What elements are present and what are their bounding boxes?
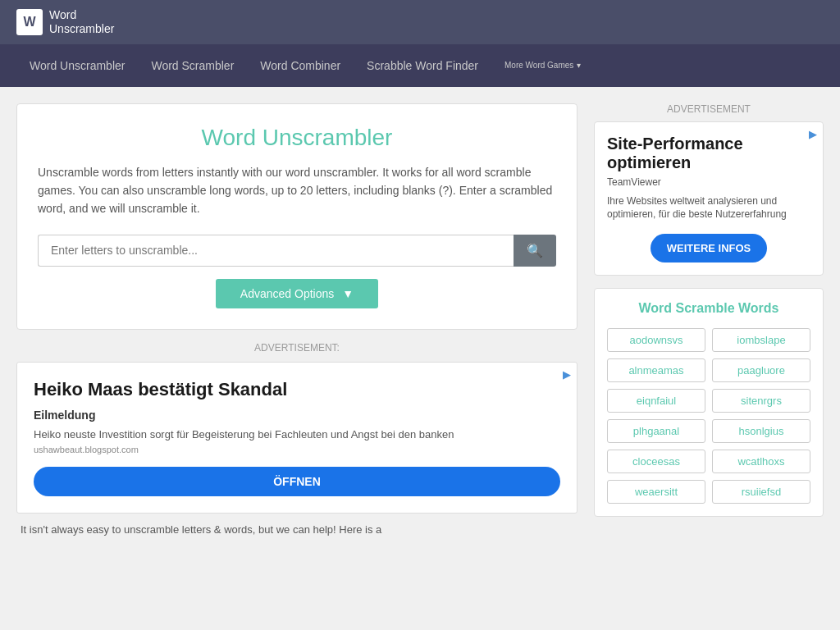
sidebar: ADVERTISEMENT ▶ Site-Performance optimie…: [594, 103, 824, 547]
main-layout: Word Unscrambler Unscramble words from l…: [0, 87, 840, 564]
logo-text: Word Unscrambler: [49, 8, 114, 36]
sidebar-ad-external-icon: ▶: [809, 129, 816, 140]
advanced-arrow-icon: ▼: [342, 287, 354, 300]
main-ad-box: ▶ Heiko Maas bestätigt Skandal Eilmeldun…: [16, 362, 578, 514]
word-tag[interactable]: weaersitt: [607, 480, 705, 504]
word-scramble-title: Word Scramble Words: [607, 301, 810, 316]
ad-title: Heiko Maas bestätigt Skandal: [34, 379, 560, 400]
sidebar-ad-title: Site-Performance optimieren: [607, 135, 810, 172]
word-tag[interactable]: eiqnfaiul: [607, 389, 705, 413]
search-card: Word Unscrambler Unscramble words from l…: [16, 103, 578, 330]
sidebar-ad-label: ADVERTISEMENT: [594, 103, 824, 115]
page-title: Word Unscrambler: [38, 125, 556, 151]
description-text: Unscramble words from letters instantly …: [38, 163, 556, 218]
ad-label: ADVERTISEMENT:: [16, 342, 578, 354]
nav-more-word-games[interactable]: More Word Games ▾: [491, 46, 594, 84]
dropdown-arrow-icon: ▾: [577, 61, 581, 70]
sidebar-ad-box: ▶ Site-Performance optimieren TeamViewer…: [594, 121, 824, 276]
search-button[interactable]: 🔍: [514, 235, 556, 267]
word-scramble-section: Word Scramble Words aodownsvsiombslapeal…: [594, 288, 824, 517]
main-ad-section: ADVERTISEMENT: ▶ Heiko Maas bestätigt Sk…: [16, 342, 578, 514]
word-tag[interactable]: wcatlhoxs: [712, 450, 810, 473]
main-nav: Word Unscrambler Word Scrambler Word Com…: [0, 44, 840, 87]
word-tag[interactable]: paagluore: [712, 358, 810, 382]
header: W Word Unscrambler Word Unscrambler Word…: [0, 0, 840, 87]
nav-scrabble-word-finder[interactable]: Scrabble Word Finder: [354, 44, 491, 87]
ad-cta-button[interactable]: ÖFFNEN: [34, 467, 560, 496]
nav-word-combiner[interactable]: Word Combiner: [247, 44, 354, 87]
nav-word-unscrambler[interactable]: Word Unscrambler: [16, 44, 138, 87]
word-tag[interactable]: sitenrgrs: [712, 389, 810, 413]
search-row: 🔍: [38, 235, 556, 267]
logo-icon: W: [16, 9, 43, 35]
logo-link[interactable]: W Word Unscrambler: [16, 8, 114, 36]
word-tag[interactable]: rsuiiefsd: [712, 480, 810, 504]
sidebar-ad-brand: TeamViewer: [607, 176, 810, 188]
sidebar-ad-cta-button[interactable]: WEITERE INFOS: [651, 234, 768, 262]
header-top: W Word Unscrambler: [0, 0, 840, 44]
word-tag[interactable]: plhgaanal: [607, 419, 705, 443]
ad-text: Heiko neuste Investition sorgt für Begei…: [34, 428, 560, 441]
word-grid: aodownsvsiombslapealnmeamaspaagluoreeiqn…: [607, 328, 810, 504]
word-tag[interactable]: hsonlgius: [712, 419, 810, 443]
word-tag[interactable]: aodownsvs: [607, 328, 705, 352]
word-tag[interactable]: iombslape: [712, 328, 810, 352]
sidebar-ad-desc: Ihre Websites weltweit analysieren und o…: [607, 194, 810, 222]
search-input[interactable]: [38, 235, 514, 267]
word-tag[interactable]: alnmeamas: [607, 358, 705, 382]
main-content: Word Unscrambler Unscramble words from l…: [16, 103, 578, 547]
word-tag[interactable]: cloceesas: [607, 450, 705, 473]
advanced-options-button[interactable]: Advanced Options ▼: [216, 279, 378, 308]
ad-url: ushawbeaut.blogspot.com: [34, 445, 560, 454]
nav-word-scrambler[interactable]: Word Scrambler: [138, 44, 247, 87]
bottom-text: It isn't always easy to unscramble lette…: [16, 514, 578, 547]
ad-external-icon: ▶: [563, 369, 570, 381]
advanced-options-wrapper: Advanced Options ▼: [38, 279, 556, 308]
ad-subtitle: Eilmeldung: [34, 409, 560, 422]
search-icon: 🔍: [527, 244, 543, 258]
